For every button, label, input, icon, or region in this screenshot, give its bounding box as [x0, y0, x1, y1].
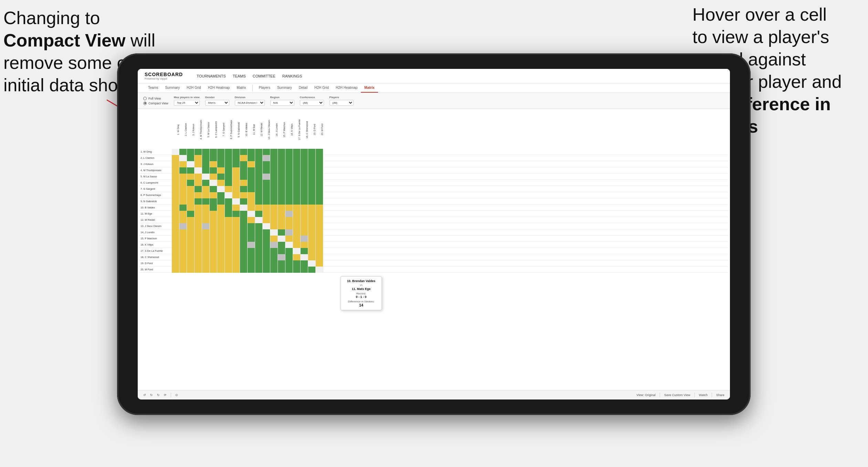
matrix-cell[interactable] [187, 254, 195, 260]
toolbar-clock[interactable]: ⊙ [175, 393, 178, 397]
matrix-cell[interactable] [195, 229, 202, 236]
matrix-cell[interactable] [293, 205, 301, 211]
matrix-cell[interactable] [316, 260, 323, 267]
matrix-cell[interactable] [172, 186, 179, 192]
matrix-cell[interactable] [195, 192, 202, 198]
nav-rankings[interactable]: RANKINGS [282, 73, 302, 79]
matrix-cell[interactable] [263, 229, 270, 236]
matrix-cell[interactable] [225, 167, 232, 174]
matrix-cell[interactable] [316, 198, 323, 205]
matrix-cell[interactable] [308, 186, 316, 192]
matrix-cell[interactable] [195, 236, 202, 242]
matrix-cell[interactable] [232, 254, 240, 260]
matrix-cell[interactable] [179, 260, 187, 267]
matrix-cell[interactable] [187, 149, 195, 155]
matrix-cell[interactable] [179, 205, 187, 211]
matrix-cell[interactable] [248, 149, 255, 155]
matrix-cell[interactable] [316, 223, 323, 229]
matrix-cell[interactable] [308, 223, 316, 229]
matrix-cell[interactable] [308, 254, 316, 260]
matrix-cell[interactable] [195, 149, 202, 155]
matrix-cell[interactable] [270, 229, 278, 236]
matrix-cell[interactable] [217, 267, 225, 273]
matrix-cell[interactable] [202, 267, 210, 273]
tab-h2h-heatmap-2[interactable]: H2H Heatmap [332, 83, 361, 93]
matrix-cell[interactable] [248, 180, 255, 186]
matrix-cell[interactable] [210, 180, 217, 186]
matrix-cell[interactable] [278, 205, 285, 211]
matrix-cell[interactable] [217, 186, 225, 192]
matrix-cell[interactable] [248, 236, 255, 242]
matrix-cell[interactable] [285, 242, 293, 248]
matrix-cell[interactable] [210, 211, 217, 217]
matrix-cell[interactable] [179, 242, 187, 248]
matrix-cell[interactable] [172, 155, 179, 161]
matrix-cell[interactable] [217, 155, 225, 161]
matrix-cell[interactable] [255, 167, 263, 174]
matrix-cell[interactable] [293, 236, 301, 242]
matrix-cell[interactable] [308, 149, 316, 155]
matrix-cell[interactable] [179, 236, 187, 242]
tab-players[interactable]: Players [255, 83, 274, 93]
matrix-cell[interactable] [316, 186, 323, 192]
matrix-cell[interactable] [202, 192, 210, 198]
matrix-cell[interactable] [225, 248, 232, 254]
nav-tournaments[interactable]: TOURNAMENTS [197, 73, 226, 79]
matrix-cell[interactable] [225, 223, 232, 229]
matrix-cell[interactable] [217, 205, 225, 211]
matrix-cell[interactable] [225, 260, 232, 267]
matrix-cell[interactable] [270, 260, 278, 267]
matrix-cell[interactable] [179, 254, 187, 260]
matrix-cell[interactable] [278, 260, 285, 267]
matrix-cell[interactable] [316, 242, 323, 248]
matrix-cell[interactable] [301, 236, 308, 242]
matrix-cell[interactable] [172, 205, 179, 211]
matrix-cell[interactable] [308, 242, 316, 248]
matrix-cell[interactable] [263, 217, 270, 223]
toolbar-undo[interactable]: ↺ [143, 393, 146, 397]
matrix-cell[interactable] [195, 205, 202, 211]
matrix-cell[interactable] [255, 236, 263, 242]
matrix-cell[interactable] [217, 236, 225, 242]
matrix-cell[interactable] [202, 149, 210, 155]
matrix-cell[interactable] [210, 205, 217, 211]
matrix-cell[interactable] [187, 180, 195, 186]
matrix-cell[interactable] [232, 248, 240, 254]
matrix-cell[interactable] [308, 229, 316, 236]
matrix-cell[interactable] [217, 149, 225, 155]
matrix-cell[interactable] [316, 211, 323, 217]
matrix-cell[interactable] [308, 205, 316, 211]
matrix-cell[interactable] [293, 223, 301, 229]
matrix-cell[interactable] [285, 149, 293, 155]
matrix-cell[interactable] [263, 248, 270, 254]
matrix-cell[interactable] [255, 149, 263, 155]
matrix-cell[interactable] [240, 198, 248, 205]
matrix-cell[interactable] [217, 211, 225, 217]
matrix-cell[interactable] [278, 180, 285, 186]
matrix-cell[interactable] [316, 180, 323, 186]
matrix-cell[interactable] [263, 155, 270, 161]
matrix-cell[interactable] [301, 223, 308, 229]
matrix-cell[interactable] [301, 205, 308, 211]
matrix-cell[interactable] [172, 149, 179, 155]
matrix-cell[interactable] [301, 211, 308, 217]
matrix-cell[interactable] [255, 155, 263, 161]
matrix-cell[interactable] [187, 236, 195, 242]
matrix-cell[interactable] [278, 155, 285, 161]
matrix-cell[interactable] [270, 174, 278, 180]
matrix-cell[interactable] [301, 229, 308, 236]
matrix-cell[interactable] [240, 161, 248, 167]
matrix-cell[interactable] [179, 198, 187, 205]
matrix-cell[interactable] [263, 192, 270, 198]
matrix-cell[interactable] [210, 223, 217, 229]
matrix-cell[interactable] [225, 180, 232, 186]
matrix-cell[interactable] [255, 174, 263, 180]
matrix-cell[interactable] [217, 260, 225, 267]
matrix-cell[interactable] [293, 155, 301, 161]
matrix-cell[interactable] [263, 242, 270, 248]
tab-h2h-grid-2[interactable]: H2H Grid [311, 83, 332, 93]
matrix-cell[interactable] [263, 205, 270, 211]
matrix-cell[interactable] [195, 248, 202, 254]
matrix-cell[interactable] [240, 229, 248, 236]
matrix-cell[interactable] [301, 192, 308, 198]
